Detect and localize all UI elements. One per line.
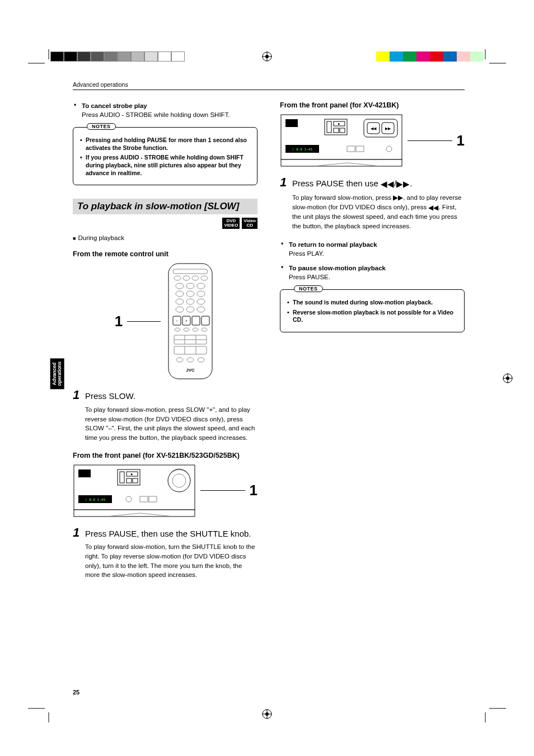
crop-mark-bottom-right (485, 708, 506, 722)
right-step1-body: To play forward slow-motion, press ▶▶, a… (292, 193, 465, 231)
pause-slow-title: To pause slow-motion playback (289, 264, 465, 273)
notes1-item-1: If you press AUDIO - STROBE while holdin… (86, 154, 251, 177)
svg-rect-27 (202, 316, 209, 325)
notes-label-2: NOTES (294, 285, 323, 292)
svg-text:▶▶: ▶▶ (385, 126, 391, 130)
svg-text:▶: ▶ (131, 472, 133, 476)
svg-rect-41 (74, 510, 195, 516)
page-content: Advanced operations To cancel strobe pla… (73, 81, 465, 589)
svg-text:♪  0:0 1:45: ♪ 0:0 1:45 (85, 497, 106, 501)
cancel-strobe-title: To cancel strobe play (82, 101, 257, 110)
svg-text:▶: ▶ (338, 122, 340, 125)
fastforward-icon-inline: ▶▶ (393, 193, 403, 203)
crop-mark-top-right (485, 49, 506, 64)
during-playback: During playback (73, 233, 257, 242)
step2-title: Press PAUSE, then use the SHUTTLE knob. (85, 527, 251, 539)
left-column: To cancel strobe play Press AUDIO - STRO… (73, 101, 257, 589)
from-panel-421-heading: From the front panel (for XV-421BK) (280, 101, 465, 109)
crop-mark-top-left (28, 49, 49, 64)
rewind-icon-inline: ◀◀ (428, 203, 438, 213)
notes2-item-1: Reverse slow-motion playback is not poss… (293, 309, 458, 324)
right-step1-body-a: To play forward slow-motion, press (292, 194, 393, 201)
right-step1-suffix: . (410, 179, 412, 188)
fastforward-icon: ▶▶ (396, 179, 410, 190)
panel-421-callout: 1 (457, 132, 465, 149)
right-step1-num: 1 (280, 176, 289, 190)
right-step1-title: Press PAUSE then use ◀◀/▶▶. (292, 176, 412, 190)
return-normal-body: Press PLAY. (289, 249, 465, 258)
svg-text:JVC: JVC (186, 368, 195, 373)
notes2-item-0: The sound is muted during slow-motion pl… (293, 299, 458, 307)
color-bar-left (50, 51, 185, 62)
registration-mark-top (262, 51, 272, 62)
side-tab-line2: operations (57, 361, 62, 386)
badge-dvd-video: DVDVIDEO (222, 218, 240, 229)
front-panel-421-icon: ▶ ◀◀ ▶▶ ♪ 0:0 1:45 (280, 114, 403, 167)
panel-521-callout: 1 (250, 482, 257, 499)
panel-421-figure: ▶ ◀◀ ▶▶ ♪ 0:0 1:45 1 (280, 114, 465, 167)
from-panel-521-heading: From the front panel (for XV-521BK/523GD… (73, 452, 257, 459)
header-section-label: Advanced operations (73, 81, 465, 90)
registration-mark-right (503, 373, 513, 383)
page-number: 25 (73, 689, 79, 696)
slow-section-title: To playback in slow-motion [SLOW] (73, 199, 257, 214)
right-column: From the front panel (for XV-421BK) ▶ (280, 101, 465, 589)
cancel-strobe-body: Press AUDIO - STROBE while holding down … (82, 110, 257, 119)
svg-text:+: + (185, 319, 188, 323)
panel-521-figure: ▶ ♪ 0:0 1:45 1 (73, 464, 257, 518)
notes1-item-0: Pressing and holding PAUSE for more than… (86, 137, 251, 152)
notes-label-1: NOTES (87, 123, 116, 130)
rewind-icon: ◀◀ (381, 179, 394, 190)
step1-num: 1 (73, 389, 82, 402)
notes-box-1: NOTES Pressing and holding PAUSE for mor… (73, 127, 257, 185)
step2-num: 1 (73, 527, 82, 539)
svg-rect-57 (281, 159, 402, 166)
svg-rect-26 (192, 316, 200, 325)
side-tab: Advanced operations (50, 358, 64, 389)
remote-callout-1: 1 (115, 313, 123, 330)
svg-text:♪  0:0 1:45: ♪ 0:0 1:45 (292, 147, 313, 151)
notes-box-2: NOTES The sound is muted during slow-mot… (280, 289, 465, 332)
from-remote-heading: From the remote control unit (73, 250, 257, 258)
remote-figure: 1 − + (73, 262, 257, 380)
step2-body: To play forward slow-motion, turn the SH… (85, 542, 257, 580)
return-normal-title: To return to normal playback (289, 240, 465, 249)
remote-icon: − + JVC (165, 262, 216, 380)
svg-text:−: − (176, 319, 178, 323)
badge-row: DVDVIDEO VideoCD (73, 218, 257, 229)
svg-rect-42 (78, 469, 91, 477)
registration-mark-bottom (262, 709, 272, 719)
right-step1-prefix: Press PAUSE then use (292, 179, 381, 188)
svg-rect-58 (285, 119, 298, 127)
crop-mark-bottom-left (28, 708, 49, 722)
svg-text:◀◀: ◀◀ (371, 126, 377, 130)
badge-video-cd: VideoCD (242, 218, 257, 229)
color-bar-right (376, 51, 484, 62)
pause-slow-body: Press PAUSE. (289, 273, 465, 281)
step1-body: To play forward slow-motion, press SLOW … (85, 405, 257, 443)
step1-title: Press SLOW. (85, 389, 135, 402)
front-panel-521-icon: ▶ ♪ 0:0 1:45 (73, 464, 196, 518)
